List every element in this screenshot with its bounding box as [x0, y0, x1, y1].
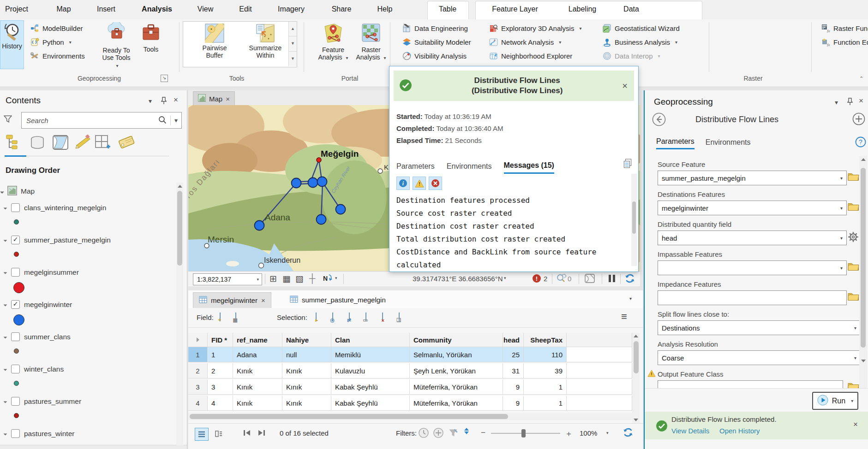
output-feature-class-input[interactable]: [658, 380, 843, 389]
zoom-chevron-icon[interactable]: ▾: [606, 431, 609, 435]
network-analysis-button[interactable]: Network Analysis ▾: [489, 38, 561, 47]
refresh-icon[interactable]: [623, 427, 633, 439]
coordinates-chevron-icon[interactable]: ▾: [504, 276, 506, 280]
map-point[interactable]: [255, 221, 264, 230]
menu-share[interactable]: Share: [329, 0, 354, 19]
select-features-icon[interactable]: ▧: [295, 273, 304, 284]
col-ref-name[interactable]: ref_name: [233, 333, 282, 347]
contents-pin-icon[interactable]: [161, 96, 167, 106]
menu-data[interactable]: Data: [623, 0, 639, 18]
toc-layer-summer-clans[interactable]: summer_clans: [4, 332, 71, 341]
chevron-down-icon[interactable]: ▾: [335, 276, 337, 280]
add-to-favorites-icon[interactable]: [852, 112, 865, 127]
copy-messages-icon[interactable]: [623, 159, 632, 170]
map-document-tab[interactable]: Map ×: [193, 91, 235, 106]
folder-icon[interactable]: [848, 262, 859, 273]
expander-icon[interactable]: [4, 335, 7, 339]
add-field-icon[interactable]: ＋: [220, 313, 221, 321]
col-community[interactable]: Community: [410, 333, 503, 347]
toc-layer-megelginsummer[interactable]: megelginsummer: [4, 268, 79, 277]
geoprocessing-dialog-launcher-icon[interactable]: ↘: [161, 75, 168, 82]
map-tab-close-icon[interactable]: ×: [226, 95, 230, 103]
table-tab-summer-pasture[interactable]: summer_pasture_megelgin: [284, 292, 391, 307]
toc-layer-clans-wintering[interactable]: clans_wintering_megelgin: [4, 203, 106, 212]
exploratory-3d-analysis-button[interactable]: Exploratory 3D Analysis ▾: [489, 24, 581, 33]
list-by-data-source-icon[interactable]: [30, 136, 45, 151]
north-arrow-icon[interactable]: N: [323, 274, 333, 282]
neighborhood-explorer-button[interactable]: Neighborhood Explorer: [489, 52, 572, 60]
last-record-icon[interactable]: [258, 430, 265, 436]
error-filter-button[interactable]: [429, 177, 442, 190]
range-filter-icon[interactable]: [433, 427, 444, 440]
tab-parameters[interactable]: Parameters: [396, 162, 435, 173]
search-input[interactable]: Search: [26, 117, 158, 124]
function-editor-button[interactable]: fx Function Editor: [821, 38, 868, 47]
destinations-features-select[interactable]: megelginwinter▾: [658, 201, 847, 215]
zoom-slider-thumb[interactable]: [521, 429, 526, 437]
panel-menu-chevron-icon[interactable]: ▾: [835, 99, 838, 106]
expander-icon[interactable]: [4, 367, 7, 371]
zoom-selection-icon[interactable]: [557, 274, 567, 284]
filter-funnel-icon[interactable]: [449, 428, 458, 439]
python-button[interactable]: Python ▾: [30, 38, 72, 47]
notification-close-icon[interactable]: ×: [853, 420, 858, 429]
menu-labeling[interactable]: Labeling: [569, 0, 597, 18]
gallery-scroll[interactable]: ▲ ▼ ▼: [288, 22, 297, 66]
layer-symbol-dot[interactable]: [14, 252, 19, 257]
zoom-to-selection-icon[interactable]: ◎: [332, 313, 333, 321]
layer-checkbox[interactable]: [11, 332, 20, 341]
copy-selection-icon[interactable]: ❏: [399, 313, 400, 321]
list-by-drawing-order-icon[interactable]: [6, 135, 24, 151]
tab-list-chevron-icon[interactable]: ▾: [629, 296, 632, 301]
time-filter-icon[interactable]: [418, 427, 429, 440]
feature-analysis-button[interactable]: FeatureAnalysis ▾: [315, 20, 352, 68]
tab-environments[interactable]: Environments: [447, 162, 492, 173]
expander-icon[interactable]: [4, 303, 7, 307]
spatial-reference-icon[interactable]: [584, 273, 595, 285]
layer-symbol-dot[interactable]: [14, 219, 19, 224]
table-menu-icon[interactable]: ≡: [621, 311, 627, 323]
table-tab-close-icon[interactable]: ×: [261, 296, 265, 304]
raster-functions-button[interactable]: fx Raster Functions ▾: [821, 24, 868, 33]
col-clan[interactable]: Clan: [331, 333, 410, 347]
summarize-within-button[interactable]: SummarizeWithin: [241, 24, 289, 59]
layer-symbol-dot[interactable]: [14, 413, 19, 418]
list-by-labeling-icon[interactable]: [118, 134, 136, 152]
dialog-scrollbar[interactable]: [631, 174, 637, 266]
gallery-scroll-down-icon[interactable]: ▼: [289, 36, 297, 51]
toc-map-item[interactable]: Map: [0, 186, 35, 197]
list-by-snapping-icon[interactable]: [95, 135, 114, 152]
menu-project[interactable]: Project: [2, 0, 31, 19]
panel-close-icon[interactable]: ×: [859, 96, 863, 106]
layer-checkbox[interactable]: ✓: [11, 300, 20, 309]
map-point[interactable]: [336, 205, 346, 214]
environments-button[interactable]: Environments: [30, 52, 85, 60]
menu-help[interactable]: Help: [375, 0, 395, 19]
menu-insert[interactable]: Insert: [94, 0, 118, 19]
layer-symbol-dot[interactable]: [14, 381, 19, 386]
calculate-field-icon[interactable]: ▦: [235, 313, 236, 321]
run-options-chevron-icon[interactable]: ▾: [851, 398, 853, 403]
layer-checkbox[interactable]: [11, 268, 20, 277]
form-view-icon[interactable]: [212, 428, 225, 440]
zoom-in-icon[interactable]: ＋: [565, 428, 573, 439]
panel-pin-icon[interactable]: [847, 97, 853, 107]
table-vscrollbar[interactable]: [632, 333, 640, 423]
gallery-scroll-up-icon[interactable]: ▲: [289, 22, 297, 36]
impassable-features-select[interactable]: ▾: [658, 260, 847, 275]
analysis-resolution-select[interactable]: Coarse▾: [658, 350, 861, 365]
data-interop-button[interactable]: Data Interop ▾: [603, 52, 660, 60]
folder-icon[interactable]: [848, 202, 859, 213]
col-head[interactable]: head: [503, 333, 524, 347]
map-scale-select[interactable]: 1:3,822,137 ▾: [193, 273, 262, 285]
col-sheeptax[interactable]: SheepTax: [524, 333, 567, 347]
grid-icon[interactable]: ▦: [282, 273, 291, 284]
first-record-icon[interactable]: [244, 430, 250, 436]
delete-selection-icon[interactable]: ×: [382, 313, 383, 321]
expander-icon[interactable]: [4, 238, 7, 242]
map-point[interactable]: [308, 178, 318, 188]
filter-icon[interactable]: [4, 115, 12, 124]
layer-symbol-dot[interactable]: [13, 314, 24, 325]
layer-checkbox[interactable]: [11, 203, 20, 212]
suitability-modeler-button[interactable]: Suitability Modeler: [402, 38, 471, 47]
